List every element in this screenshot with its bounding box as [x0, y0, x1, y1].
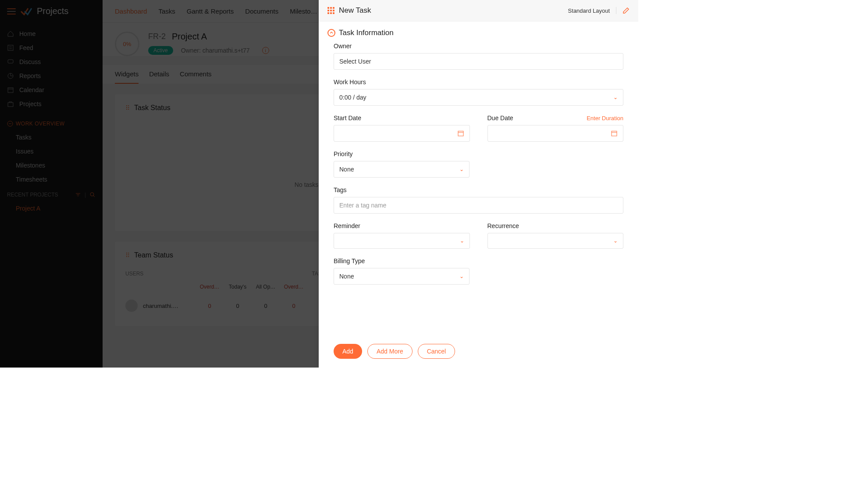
subtab-comments[interactable]: Comments: [180, 65, 212, 84]
search-icon[interactable]: [89, 192, 96, 198]
chevron-down-icon: ⌄: [459, 166, 464, 172]
calendar-icon: [7, 86, 14, 93]
cell-val: 0: [224, 303, 252, 309]
work-hours-label: Work Hours: [334, 79, 623, 86]
recent-label: RECENT PROJECTS: [7, 192, 58, 198]
widget-title: Task Status: [134, 104, 171, 112]
collapse-icon: [327, 29, 335, 37]
field-owner: Owner Select User: [334, 43, 623, 70]
svg-rect-3: [8, 60, 13, 63]
widget-title: Team Status: [134, 251, 173, 259]
section-header[interactable]: Task Information: [319, 21, 638, 41]
cell-val: 0: [196, 303, 224, 309]
minus-circle-icon: [7, 121, 13, 127]
cell-val: 0: [280, 303, 308, 309]
logo-icon: [20, 7, 32, 16]
nav-tasks[interactable]: Tasks: [0, 130, 103, 144]
field-work-hours: Work Hours 0:00 / day⌄: [334, 79, 623, 106]
field-start-date: Start Date: [334, 114, 470, 142]
new-task-panel: New Task Standard Layout Task Informatio…: [319, 0, 638, 368]
apps-icon[interactable]: [327, 7, 334, 14]
subtab-details[interactable]: Details: [149, 65, 169, 84]
nav-projects[interactable]: Projects: [0, 97, 103, 111]
reminder-select[interactable]: ⌄: [334, 233, 470, 249]
recent-projects-header: RECENT PROJECTS |: [0, 186, 103, 201]
work-hours-select[interactable]: 0:00 / day⌄: [334, 89, 623, 106]
svg-point-13: [90, 193, 94, 196]
recurrence-select[interactable]: ⌄: [487, 233, 624, 249]
pencil-icon[interactable]: [623, 7, 630, 14]
panel-footer: Add Add More Cancel: [319, 338, 638, 368]
nav-calendar[interactable]: Calendar: [0, 83, 103, 97]
chevron-down-icon: ⌄: [460, 238, 464, 244]
nav-home[interactable]: Home: [0, 27, 103, 41]
billing-select[interactable]: None⌄: [334, 268, 470, 285]
projects-icon: [7, 100, 14, 107]
recent-actions: |: [75, 192, 96, 198]
svg-rect-0: [8, 45, 13, 50]
nav-label: Projects: [19, 100, 42, 107]
nav-discuss[interactable]: Discuss: [0, 55, 103, 69]
project-id: FR-2: [148, 32, 166, 41]
sidebar: Projects Home Feed Discuss Reports Calen…: [0, 0, 103, 368]
separator: [616, 7, 616, 14]
owner-select[interactable]: Select User: [334, 53, 623, 70]
add-button[interactable]: Add: [334, 344, 362, 359]
due-date-label: Due Date: [487, 114, 513, 121]
nav-issues[interactable]: Issues: [0, 144, 103, 158]
due-date-input[interactable]: [487, 125, 624, 142]
overview-header[interactable]: WORK OVERVIEW: [0, 115, 103, 130]
hamburger-icon[interactable]: [7, 8, 16, 14]
priority-label: Priority: [334, 150, 470, 157]
nav-feed[interactable]: Feed: [0, 41, 103, 55]
status-badge: Active: [148, 46, 173, 55]
tags-input[interactable]: Enter a tag name: [334, 197, 623, 214]
cancel-button[interactable]: Cancel: [418, 344, 455, 359]
svg-rect-19: [612, 131, 617, 136]
nav-label: Reports: [19, 72, 41, 79]
subcol-overdue2: Overd…: [280, 284, 308, 290]
discuss-icon: [7, 58, 14, 65]
project-name: Project A: [172, 32, 207, 42]
home-icon: [7, 30, 14, 37]
calendar-icon: [611, 130, 618, 137]
nav-milestones[interactable]: Milestones: [0, 158, 103, 172]
owner-label: Owner: [334, 43, 623, 50]
drag-icon[interactable]: ⠿: [125, 252, 130, 259]
field-due-date: Due Date Enter Duration: [487, 114, 624, 142]
filter-icon[interactable]: [75, 192, 81, 198]
billing-label: Billing Type: [334, 257, 470, 264]
enter-duration-link[interactable]: Enter Duration: [587, 115, 623, 121]
svg-rect-5: [8, 88, 13, 93]
subtab-widgets[interactable]: Widgets: [115, 65, 139, 84]
layout-label[interactable]: Standard Layout: [568, 7, 610, 14]
nav-label: Calendar: [19, 86, 44, 93]
recurrence-label: Recurrence: [487, 222, 624, 229]
tab-milestones[interactable]: Milesto…: [290, 1, 317, 21]
priority-select[interactable]: None⌄: [334, 161, 470, 178]
nav-timesheets[interactable]: Timesheets: [0, 172, 103, 186]
drag-icon[interactable]: ⠿: [125, 104, 130, 111]
start-date-input[interactable]: [334, 125, 470, 142]
field-priority: Priority None⌄: [334, 150, 470, 178]
tab-documents[interactable]: Documents: [245, 1, 278, 21]
nav-reports[interactable]: Reports: [0, 69, 103, 83]
owner-label: Owner: charumathi.s+t77: [181, 47, 250, 54]
tags-label: Tags: [334, 186, 623, 193]
chevron-down-icon: ⌄: [459, 273, 464, 279]
tab-gantt[interactable]: Gantt & Reports: [187, 1, 234, 21]
cell-val: 0: [252, 303, 280, 309]
username: charumathi.…: [143, 303, 196, 309]
nav-label: Home: [19, 30, 36, 37]
overview-items: Tasks Issues Milestones Timesheets: [0, 130, 103, 186]
tab-tasks[interactable]: Tasks: [158, 1, 175, 21]
tab-dashboard[interactable]: Dashboard: [115, 1, 147, 21]
field-tags: Tags Enter a tag name: [334, 186, 623, 214]
svg-rect-7: [8, 103, 13, 107]
info-icon[interactable]: i: [262, 47, 269, 54]
svg-line-14: [93, 196, 95, 197]
section-title: Task Information: [339, 29, 394, 37]
recent-project-link[interactable]: Project A: [0, 201, 103, 215]
add-more-button[interactable]: Add More: [367, 344, 413, 359]
subcol-allopen: All Op…: [252, 284, 280, 290]
